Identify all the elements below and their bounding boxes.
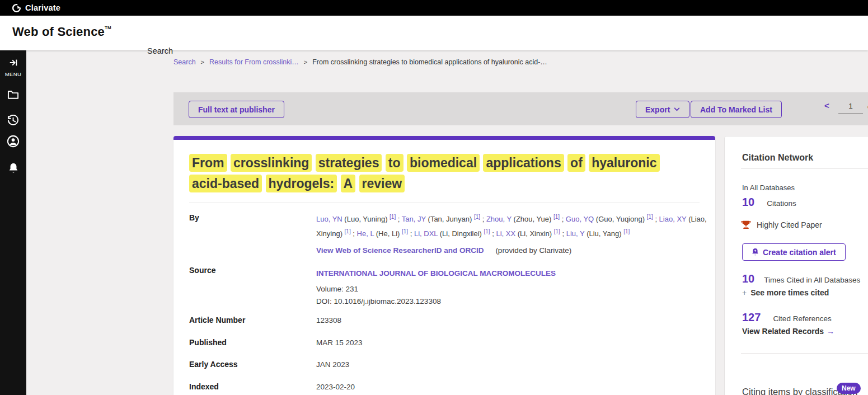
clarivate-brand-label: Clarivate [25,3,60,12]
web-of-science-logo[interactable]: Web of ScienceTM [12,25,111,39]
field-label: Published [189,338,316,347]
times-cited-count[interactable]: 10 [742,272,754,285]
author-link[interactable]: Li, DXL [414,230,438,238]
author-affiliation-sup[interactable]: [1] [474,214,480,220]
title-word: acid-based [189,175,262,192]
author-affiliation-sup[interactable]: [1] [647,214,653,220]
create-citation-alert-button[interactable]: Create citation alert [742,243,846,261]
plus-icon: + [742,288,747,297]
title-word: review [359,175,405,192]
menu-label: MENU [0,71,26,77]
author-link[interactable]: Liao, XY [659,215,687,223]
clarivate-topbar: Clarivate [0,0,868,16]
view-related-records-link[interactable]: View Related Records→ [742,327,834,336]
by-label: By [189,213,199,222]
trophy-icon [741,220,751,229]
folder-icon[interactable] [0,90,26,100]
researcher-id-link[interactable]: View Web of Science ResearcherID and ORC… [316,246,484,255]
field-value: JAN 2023 [316,360,349,369]
export-button[interactable]: Export [636,101,689,118]
card-accent-bar [173,136,715,140]
nav-search[interactable]: Search [147,46,173,55]
divider [189,203,700,203]
breadcrumb: Search>Results for From crosslinki…>From… [173,58,547,66]
author-affiliation-sup[interactable]: [1] [402,228,408,234]
in-all-databases-label: In All Databases [742,184,795,192]
citation-network-title: Citation Network [742,153,813,163]
citations-metric: 10 Citations [742,196,796,209]
author-affiliation-sup[interactable]: [1] [623,228,630,234]
author-link[interactable]: Li, XX [496,230,515,238]
clarivate-logo-icon [12,3,21,13]
divider [741,353,868,354]
title-word: of [567,154,585,172]
title-word: biomedical [407,154,480,172]
article-fields: Article Number123308PublishedMAR 15 2023… [189,315,700,395]
add-to-marked-list-button[interactable]: Add To Marked List [691,101,782,118]
author-link[interactable]: Zhou, Y [486,215,512,223]
authors-list: Luo, YN (Luo, Yuning) [1] ; Tan, JY (Tan… [316,211,708,241]
provided-by-label: (provided by Clarivate) [495,246,571,255]
title-word: hyaluronic [589,154,659,172]
author-link[interactable]: Liu, Y [566,230,585,238]
author-link[interactable]: Luo, YN [316,215,342,223]
author-affiliation-sup[interactable]: [1] [554,228,560,234]
author-full-name: (Guo, Yuqiong) [594,215,646,223]
highly-cited-row: Highly Cited Paper [741,220,822,229]
full-text-button[interactable]: Full text at publisher [189,101,284,118]
new-badge: New [837,383,861,394]
previous-record-chevron-icon[interactable]: < [824,101,829,110]
breadcrumb-separator: > [304,59,307,65]
cited-references-label: Cited References [773,314,831,323]
account-icon[interactable] [0,135,26,148]
title-word: A [341,175,356,192]
highly-cited-label: Highly Cited Paper [757,220,822,229]
citation-network-panel: Citation Network In All Databases 10 Cit… [724,136,868,395]
record-toolbar: Full text at publisher Export Add To Mar… [173,92,868,125]
journal-link[interactable]: INTERNATIONAL JOURNAL OF BIOLOGICAL MACR… [316,269,556,278]
breadcrumb-separator: > [201,59,204,65]
author-link[interactable]: Guo, YQ [566,215,594,223]
title-word: to [386,154,403,172]
author-link[interactable]: Tan, JY [402,215,426,223]
trademark-symbol: TM [105,25,111,30]
notifications-bell-icon[interactable] [0,162,26,174]
bell-plus-icon [752,248,759,256]
author-affiliation-sup[interactable]: [1] [484,228,490,234]
expand-menu-icon[interactable] [0,58,26,67]
article-title: From crosslinking strategies to biomedic… [189,153,693,194]
field-value: MAR 15 2023 [316,338,363,347]
title-word: crosslinking [231,154,312,172]
left-sidebar: MENU [0,50,26,395]
app-header: Web of ScienceTM Search [0,16,868,50]
citations-count[interactable]: 10 [742,196,754,209]
chevron-down-icon [674,107,680,111]
record-number-input[interactable] [838,99,863,114]
researcher-id-row: View Web of Science ResearcherID and ORC… [316,246,571,255]
breadcrumb-search[interactable]: Search [173,58,196,66]
author-affiliation-sup[interactable]: [1] [345,228,351,234]
author-full-name: (He, Li) [374,230,402,238]
author-link[interactable]: He, L [357,230,374,238]
author-full-name: (Tan, Junyan) [426,215,474,223]
history-icon[interactable] [0,115,26,126]
title-word: strategies [316,154,382,172]
article-record-card: From crosslinking strategies to biomedic… [173,136,715,395]
author-full-name: (Zhou, Yue) [512,215,553,223]
times-cited-label: Times Cited in All Databases [764,276,860,284]
author-affiliation-sup[interactable]: [1] [553,214,560,220]
breadcrumb-results[interactable]: Results for From crosslinki… [209,58,299,66]
author-affiliation-sup[interactable]: [1] [390,214,396,220]
field-row: PublishedMAR 15 2023 [189,337,700,360]
author-full-name: (Liu, Yang) [585,230,624,238]
title-word: hydrogels: [266,175,337,192]
breadcrumb-current: From crosslinking strategies to biomedic… [312,58,547,66]
field-row: Early AccessJAN 2023 [189,359,700,382]
field-row: Indexed2023-02-20 [189,382,700,395]
volume-value: Volume: 231 [316,285,358,293]
cited-references-count[interactable]: 127 [742,311,761,324]
cited-references-metric: 127 Cited References [742,311,832,324]
author-full-name: (Li, Xinxin) [515,230,554,238]
field-label: Indexed [189,382,316,391]
see-more-times-cited-link[interactable]: +See more times cited [742,288,829,297]
